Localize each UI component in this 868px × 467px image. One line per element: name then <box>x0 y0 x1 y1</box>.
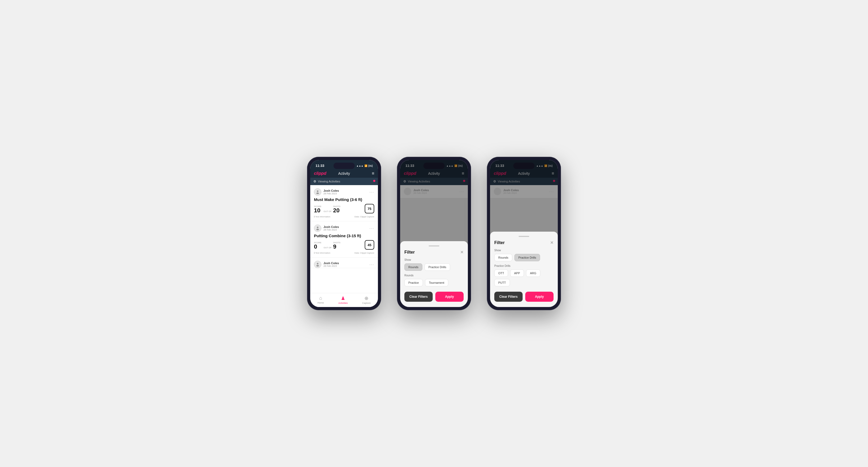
shot-quality-badge: 45 <box>365 240 374 250</box>
user-date: 28 Feb 2023 <box>323 192 339 195</box>
user-date: 28 Feb 2023 <box>323 265 339 267</box>
practice-ott-button[interactable]: OTT <box>494 270 508 277</box>
phone-frame-3: 11:33 ▲▲▲ 📶 [31] clippd Activity ≡ ⚙ Vie… <box>487 157 561 310</box>
show-label: Show <box>404 258 464 261</box>
filter-overlay: Filter ✕ Show RoundsPractice Drills Roun… <box>400 160 468 307</box>
svg-point-2 <box>317 227 318 228</box>
activities-nav-label: Activities <box>338 302 348 304</box>
modal-handle <box>429 245 439 246</box>
practice-app-button[interactable]: APP <box>510 270 524 277</box>
phones-container: 11:33 ▲▲▲ 📶 [31] clippd Activity ≡ ⚙ Vie… <box>307 157 561 310</box>
show-section: Show RoundsPractice Drills <box>494 249 554 261</box>
show-rounds-button[interactable]: Rounds <box>494 254 512 261</box>
dynamic-island <box>334 163 355 169</box>
nav-item-home[interactable]: ⌂ Home <box>317 295 324 304</box>
phone-screen-2: 11:33 ▲▲▲ 📶 [31] clippd Activity ≡ ⚙ Vie… <box>400 160 468 307</box>
user-name: Josh Coles <box>323 261 339 265</box>
show-buttons: RoundsPractice Drills <box>404 263 464 271</box>
nav-item-capture[interactable]: ⊕ Capture <box>362 295 371 304</box>
show-practice-drills-button[interactable]: Practice Drills <box>515 254 540 261</box>
svg-point-1 <box>316 192 319 194</box>
avatar <box>314 188 321 196</box>
home-nav-icon: ⌂ <box>319 295 322 301</box>
activity-card: Josh Coles 28 Feb 2023 ··· Putting Combi… <box>310 221 378 257</box>
menu-icon[interactable]: ≡ <box>372 171 374 176</box>
activity-card: Josh Coles 28 Feb 2023 ··· Must Make Put… <box>310 185 378 221</box>
nav-bar: clippd Activity ≡ <box>310 169 378 178</box>
more-options-button[interactable]: ··· <box>369 262 374 267</box>
filter-modal: Filter ✕ Show RoundsPractice Drills Roun… <box>400 241 468 307</box>
filter-actions: Clear Filters Apply <box>404 292 464 302</box>
score-group: Score 10 <box>314 205 321 213</box>
clear-filters-button[interactable]: Clear Filters <box>404 292 433 302</box>
footer-left: ℹTest Information <box>314 216 330 218</box>
out-of-label: OUT OF <box>323 246 331 249</box>
round-tournament-button[interactable]: Tournament <box>425 279 448 286</box>
rounds-section: Rounds PracticeTournament <box>404 274 464 286</box>
activity-title: Must Make Putting (3-6 ft) <box>314 197 374 202</box>
footer-right: Data: Clippd Capture <box>354 252 374 254</box>
apply-button[interactable]: Apply <box>525 292 554 302</box>
signal-icon: ▲▲▲ <box>356 164 363 167</box>
practice-drills-section: Practice Drills OTTAPPARGPUTT <box>494 264 554 286</box>
shots-value: 9 <box>333 244 341 250</box>
more-options-button[interactable]: ··· <box>369 226 374 230</box>
capture-nav-icon: ⊕ <box>365 295 368 301</box>
practice-putt-button[interactable]: PUTT <box>494 279 510 286</box>
rounds-label: Rounds <box>404 274 464 277</box>
stats-row: Score 10 OUT OF Shots 20 75 <box>314 204 374 213</box>
filter-actions: Clear Filters Apply <box>494 292 554 302</box>
user-info: Josh Coles 28 Feb 2023 <box>314 224 339 232</box>
home-nav-label: Home <box>317 302 324 304</box>
viewing-activities-text: Viewing Activities <box>318 180 340 183</box>
bottom-nav: ⌂ Home ♟ Activities ⊕ Capture <box>310 293 378 307</box>
nav-title: Activity <box>338 172 350 176</box>
show-practice-drills-button[interactable]: Practice Drills <box>425 263 450 271</box>
user-name: Josh Coles <box>323 225 339 228</box>
apply-button[interactable]: Apply <box>435 292 464 302</box>
status-time: 11:33 <box>315 164 324 168</box>
content-area: Josh Coles 28 Feb 2023 ··· Must Make Put… <box>310 185 378 293</box>
card-footer: ℹTest Information Data: Clippd Capture <box>314 252 374 254</box>
phone-screen-3: 11:33 ▲▲▲ 📶 [31] clippd Activity ≡ ⚙ Vie… <box>490 160 558 307</box>
activity-card-partial: Josh Coles 28 Feb 2023 ··· <box>310 257 378 268</box>
user-info: Josh Coles 28 Feb 2023 <box>314 261 339 268</box>
score-value: 0 <box>314 244 321 250</box>
status-icons: ▲▲▲ 📶 [31] <box>356 164 373 167</box>
info-icon: ℹ <box>314 252 315 254</box>
phone-1: 11:33 ▲▲▲ 📶 [31] clippd Activity ≡ ⚙ Vie… <box>307 157 381 310</box>
avatar <box>314 261 321 268</box>
practice-buttons: OTTAPPARGPUTT <box>494 270 554 286</box>
shots-group: Shots 20 <box>333 205 341 213</box>
user-name: Josh Coles <box>323 189 339 192</box>
out-of-label: OUT OF <box>323 210 331 213</box>
more-options-button[interactable]: ··· <box>369 190 374 194</box>
phone-screen-1: 11:33 ▲▲▲ 📶 [31] clippd Activity ≡ ⚙ Vie… <box>310 160 378 307</box>
filter-close-button[interactable]: ✕ <box>460 250 464 255</box>
practice-drills-label: Practice Drills <box>494 264 554 267</box>
activities-nav-icon: ♟ <box>341 295 345 301</box>
footer-right: Data: Clippd Capture <box>354 216 374 218</box>
rounds-buttons: PracticeTournament <box>404 279 464 286</box>
shots-value: 20 <box>333 208 341 213</box>
app-logo: clippd <box>314 171 327 176</box>
viewing-activities-bar[interactable]: ⚙ Viewing Activities <box>310 178 378 185</box>
shot-quality-badge: 75 <box>365 204 374 213</box>
show-rounds-button[interactable]: Rounds <box>404 263 422 271</box>
phone-2: 11:33 ▲▲▲ 📶 [31] clippd Activity ≡ ⚙ Vie… <box>397 157 471 310</box>
nav-item-activities[interactable]: ♟ Activities <box>338 295 348 304</box>
filter-close-button[interactable]: ✕ <box>550 240 554 245</box>
phone-frame-1: 11:33 ▲▲▲ 📶 [31] clippd Activity ≡ ⚙ Vie… <box>307 157 381 310</box>
show-label: Show <box>494 249 554 252</box>
footer-left: ℹTest Information <box>314 252 330 254</box>
card-header: Josh Coles 28 Feb 2023 ··· <box>314 224 374 232</box>
clear-filters-button[interactable]: Clear Filters <box>494 292 523 302</box>
practice-arg-button[interactable]: ARG <box>526 270 540 277</box>
round-practice-button[interactable]: Practice <box>404 279 423 286</box>
filter-overlay: Filter ✕ Show RoundsPractice Drills Prac… <box>490 160 558 307</box>
svg-point-5 <box>316 265 319 267</box>
svg-point-0 <box>317 190 318 192</box>
avatar <box>314 224 321 232</box>
svg-point-4 <box>317 263 318 264</box>
notification-dot <box>373 180 375 182</box>
